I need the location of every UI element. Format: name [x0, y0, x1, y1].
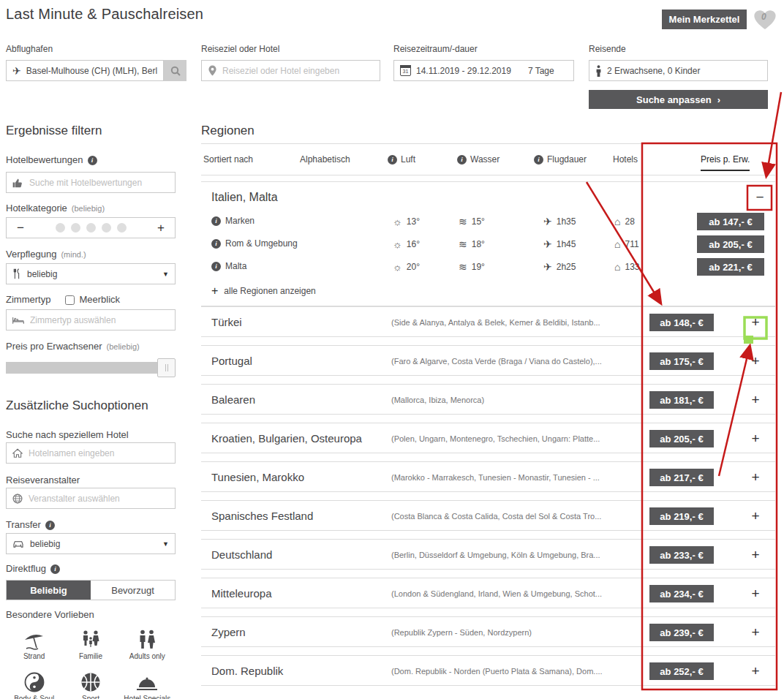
- region-name[interactable]: Mitteleuropa: [211, 587, 272, 600]
- expand-region-button[interactable]: +: [745, 313, 766, 332]
- sort-hotels[interactable]: Hotels: [613, 154, 638, 165]
- expand-region-button[interactable]: +: [745, 468, 766, 487]
- hotel-category-label: Hotelkategorie(beliebig): [6, 203, 176, 214]
- sort-alphabetical[interactable]: Alphabetisch: [300, 154, 350, 165]
- region-name[interactable]: Portugal: [211, 355, 252, 367]
- expand-region-button[interactable]: +: [745, 623, 766, 642]
- house-icon: ⌂: [614, 238, 620, 250]
- info-icon[interactable]: [457, 155, 467, 165]
- region-subregions: (Berlin, Düsseldorf & Umgebung, Köln & U…: [391, 551, 600, 559]
- region-price-badge[interactable]: ab 234,- €: [649, 585, 714, 602]
- subregion-name[interactable]: Marken: [225, 216, 255, 226]
- tour-operator-input[interactable]: [6, 488, 176, 509]
- sort-price-active[interactable]: Preis p. Erw.: [701, 154, 750, 171]
- subregion-price-badge[interactable]: ab 205,- €: [697, 235, 764, 253]
- region-price-badge[interactable]: ab 252,- €: [649, 662, 714, 680]
- sort-water[interactable]: Wasser: [457, 154, 500, 165]
- region-name[interactable]: Tunesien, Marokko: [211, 471, 304, 483]
- preference-sport[interactable]: Sport: [62, 670, 118, 699]
- info-icon[interactable]: [211, 262, 221, 271]
- region-price-badge[interactable]: ab 205,- €: [649, 430, 714, 447]
- hotel-ratings-value[interactable]: [29, 178, 169, 188]
- room-type-value[interactable]: [30, 315, 169, 325]
- hotel-ratings-input[interactable]: [6, 172, 176, 193]
- expand-region-button[interactable]: +: [745, 662, 766, 681]
- destination-value[interactable]: [222, 66, 374, 76]
- region-price-badge[interactable]: ab 239,- €: [649, 624, 714, 641]
- destination-input[interactable]: [201, 60, 380, 81]
- category-minus-button[interactable]: −: [14, 221, 27, 235]
- region-name[interactable]: Dom. Republik: [211, 665, 283, 677]
- price-slider-handle[interactable]: [157, 358, 176, 377]
- region-price-badge[interactable]: ab 233,- €: [649, 546, 714, 564]
- period-input[interactable]: 14.11.2019 - 29.12.2019 7 Tage: [393, 60, 574, 81]
- transfer-select[interactable]: beliebig ▼: [6, 533, 176, 554]
- region-name[interactable]: Türkei: [211, 316, 242, 328]
- expand-region-button[interactable]: +: [745, 507, 766, 526]
- info-icon[interactable]: [45, 521, 55, 530]
- region-price-badge[interactable]: ab 175,- €: [649, 352, 714, 370]
- info-icon[interactable]: [88, 156, 97, 165]
- adjust-search-button[interactable]: Suche anpassen›: [589, 90, 768, 109]
- airport-search-button[interactable]: [164, 60, 186, 81]
- region-name[interactable]: Kroatien, Bulgarien, Osteuropa: [211, 432, 362, 445]
- room-type-input[interactable]: [6, 309, 176, 330]
- category-dot[interactable]: [86, 223, 96, 233]
- info-icon[interactable]: [534, 155, 543, 165]
- preference-body-soul[interactable]: Body & Soul: [6, 670, 62, 699]
- category-dot[interactable]: [117, 223, 127, 233]
- departure-value[interactable]: [26, 66, 157, 76]
- region-price-badge[interactable]: ab 181,- €: [649, 391, 714, 409]
- sun-icon: ☼: [393, 216, 402, 227]
- region-name[interactable]: Balearen: [211, 393, 255, 406]
- subregion-price-badge[interactable]: ab 221,- €: [697, 258, 764, 276]
- subregion-name[interactable]: Rom & Umgebung: [225, 238, 298, 249]
- hotel-search-value[interactable]: [29, 448, 169, 458]
- category-plus-button[interactable]: +: [154, 221, 167, 235]
- expand-region-button[interactable]: +: [745, 390, 766, 409]
- sort-air[interactable]: Luft: [388, 154, 415, 165]
- room-type-label-row: Zimmertyp Meerblick: [6, 295, 176, 305]
- tour-operator-value[interactable]: [29, 494, 169, 504]
- direct-flight-any[interactable]: Beliebig: [7, 581, 91, 600]
- travelers-input[interactable]: 2 Erwachsene, 0 Kinder: [589, 60, 768, 81]
- seaview-checkbox[interactable]: [65, 295, 75, 305]
- favorites-heart[interactable]: 0: [752, 7, 778, 31]
- hotel-category-stepper: − +: [6, 217, 176, 238]
- expand-region-button[interactable]: +: [745, 352, 766, 371]
- board-select[interactable]: beliebig ▼: [6, 263, 176, 284]
- direct-flight-preferred[interactable]: Bevorzugt: [91, 581, 175, 600]
- region-price-badge[interactable]: ab 217,- €: [649, 469, 714, 486]
- show-all-regions-link[interactable]: alle Regionen anzeigen: [211, 284, 316, 298]
- category-dot[interactable]: [102, 223, 111, 233]
- collapse-region-button[interactable]: −: [752, 189, 768, 206]
- region-name[interactable]: Spanisches Festland: [211, 510, 313, 522]
- expand-region-button[interactable]: +: [745, 584, 766, 603]
- preference-strand[interactable]: Strand: [6, 628, 62, 660]
- preference-adults-only[interactable]: Adults only: [119, 628, 176, 660]
- expand-region-button[interactable]: +: [745, 429, 766, 448]
- preference-hotel-specials[interactable]: Hotel Specials: [119, 670, 176, 699]
- category-dot[interactable]: [71, 223, 80, 233]
- info-icon[interactable]: [211, 239, 221, 249]
- page: Last Minute & Pauschalreisen Mein Merkze…: [0, 0, 784, 699]
- category-dot[interactable]: [56, 223, 65, 233]
- info-icon[interactable]: [388, 155, 397, 165]
- hotel-search-input[interactable]: [6, 442, 176, 464]
- region-price-badge[interactable]: ab 219,- €: [649, 507, 714, 525]
- departure-input[interactable]: ✈: [6, 60, 164, 81]
- price-slider-track[interactable]: [6, 362, 176, 374]
- subregion-name[interactable]: Malta: [225, 261, 246, 271]
- merkzettel-button[interactable]: Mein Merkzettel: [662, 10, 747, 29]
- region-name[interactable]: Italien, Malta: [211, 191, 278, 204]
- region-name[interactable]: Deutschland: [211, 548, 272, 561]
- region-subregions: (London & Südengland, Irland, Wien & Umg…: [391, 589, 602, 598]
- info-icon[interactable]: [211, 216, 221, 226]
- sort-flight-duration[interactable]: Flugdauer: [534, 154, 587, 165]
- expand-region-button[interactable]: +: [745, 545, 766, 564]
- preference-familie[interactable]: Familie: [62, 628, 118, 660]
- region-name[interactable]: Zypern: [211, 626, 246, 638]
- region-price-badge[interactable]: ab 148,- €: [649, 314, 714, 331]
- info-icon[interactable]: [50, 564, 60, 574]
- subregion-price-badge[interactable]: ab 147,- €: [697, 213, 764, 230]
